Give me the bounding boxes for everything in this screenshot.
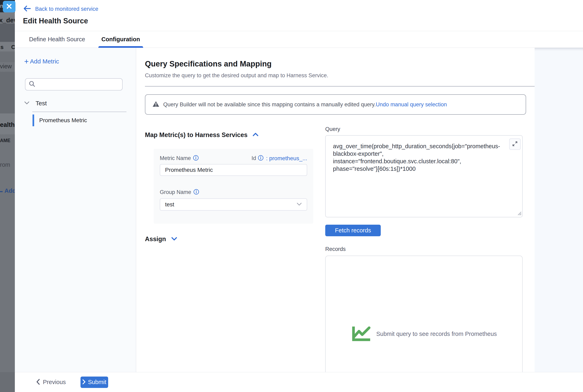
bg-fragment: Add [4, 188, 15, 194]
bg-fragment: rom [0, 162, 10, 168]
drawer-title: Edit Health Source [23, 17, 583, 25]
bg-fragment: x_dev [0, 17, 15, 24]
chevron-down-icon [171, 237, 177, 242]
content-columns: Map Metric(s) to Harness Services Metric… [145, 126, 526, 372]
undo-manual-query-link[interactable]: Undo manual query selection [376, 102, 447, 108]
dimmed-background-page: nt x_dev s C view ealth S AME rom Add [0, 0, 15, 392]
query-specifications-section: Query Specifications and Mapping Customi… [136, 48, 535, 372]
close-icon [6, 4, 12, 10]
metric-item-label: Prometheus Metric [39, 117, 87, 124]
map-metrics-section-toggle[interactable]: Map Metric(s) to Harness Services [145, 131, 259, 139]
group-name-label: Group Name [160, 189, 191, 196]
metric-id-link[interactable]: : prometheus_... [266, 155, 307, 162]
bg-fragment: ealth S [0, 121, 15, 128]
back-link[interactable]: Back to monitored service [23, 5, 98, 13]
group-name-select[interactable]: test [160, 198, 307, 211]
previous-button[interactable]: Previous [36, 379, 66, 386]
section-divider [145, 86, 535, 86]
info-icon[interactable] [193, 189, 199, 196]
warning-triangle-icon [152, 101, 160, 108]
bg-fragment: s [0, 44, 4, 50]
metric-list-item-selected[interactable]: Prometheus Metric [24, 114, 136, 127]
right-background-filler [535, 48, 583, 372]
line-chart-icon [351, 325, 371, 343]
section-subheading: Customize the query to get the desired o… [145, 72, 526, 79]
tab-bar: Define Health Source Configuration [15, 31, 583, 48]
back-link-label: Back to monitored service [35, 6, 98, 12]
assign-section-toggle[interactable]: Assign [145, 236, 177, 243]
warning-text: Query Builder will not be available sinc… [163, 102, 376, 108]
metric-search-box[interactable] [25, 78, 123, 90]
tab-label: Define Health Source [29, 36, 85, 43]
chevron-up-icon [252, 132, 259, 138]
query-label: Query [325, 126, 523, 132]
previous-label: Previous [43, 379, 66, 386]
drawer-footer: Previous Submit [15, 372, 583, 392]
expand-query-button[interactable] [509, 138, 521, 150]
map-metrics-title: Map Metric(s) to Harness Services [145, 131, 248, 139]
chevron-down-icon [24, 101, 29, 106]
plus-icon: + [24, 58, 29, 64]
mapping-column: Map Metric(s) to Harness Services Metric… [145, 126, 313, 243]
back-arrow-icon [23, 5, 31, 13]
query-column: Query avg_over_time(probe_http_duration_… [325, 126, 523, 372]
drawer-header: Back to monitored service Edit Health So… [15, 0, 583, 31]
active-tab-underline [98, 46, 143, 48]
metric-name-input[interactable] [160, 164, 307, 176]
bg-fragment: view [0, 63, 12, 70]
drawer-body: + Add Metric Test [15, 48, 583, 372]
expand-icon [512, 140, 518, 148]
tab-configuration[interactable]: Configuration [98, 31, 143, 48]
search-icon [29, 80, 35, 88]
group-name-value: test [165, 201, 174, 208]
section-heading: Query Specifications and Mapping [145, 60, 526, 68]
records-empty-text: Submit query to see records from Prometh… [376, 330, 497, 337]
group-divider [32, 112, 126, 112]
group-name-label-row: Group Name [160, 189, 307, 196]
metric-search-input[interactable] [38, 81, 119, 88]
info-icon[interactable] [258, 155, 264, 162]
selected-indicator-bar [32, 114, 34, 126]
records-panel: Submit query to see records from Prometh… [325, 256, 523, 372]
add-metric-button[interactable]: + Add Metric [24, 58, 59, 65]
tab-define-health-source[interactable]: Define Health Source [26, 31, 88, 48]
metric-group-toggle[interactable]: Test [24, 100, 136, 107]
metric-name-label-row: Metric Name Id [160, 155, 307, 162]
close-drawer-button[interactable] [3, 1, 15, 12]
bg-fragment: C [11, 44, 15, 50]
query-text[interactable]: avg_over_time(probe_http_duration_second… [333, 142, 507, 172]
add-metric-label: Add Metric [30, 58, 59, 65]
fetch-records-button[interactable]: Fetch records [325, 225, 381, 236]
records-label: Records [325, 246, 523, 252]
metric-group-name: Test [35, 100, 47, 107]
submit-button[interactable]: Submit [80, 376, 108, 388]
metrics-side-panel: + Add Metric Test [15, 48, 136, 372]
id-label: Id [251, 155, 256, 162]
chevron-left-icon [36, 379, 40, 386]
bg-fragment: AME [0, 138, 10, 143]
submit-label: Submit [88, 379, 106, 386]
query-editor[interactable]: avg_over_time(probe_http_duration_second… [325, 135, 523, 217]
edit-health-source-drawer: Back to monitored service Edit Health So… [15, 0, 583, 392]
metric-mapping-card: Metric Name Id [154, 149, 313, 224]
metric-name-label: Metric Name [160, 155, 191, 162]
bg-fragment-dash [0, 191, 3, 192]
chevron-down-icon [297, 202, 302, 206]
assign-label: Assign [145, 236, 166, 243]
chevron-right-icon [82, 379, 85, 385]
manual-query-warning-banner: Query Builder will not be available sinc… [145, 94, 526, 115]
info-icon[interactable] [193, 155, 199, 162]
screen: nt x_dev s C view ealth S AME rom Add Ba… [0, 0, 583, 392]
resize-handle[interactable] [516, 210, 522, 216]
metric-id-row: Id : prometheus_... [251, 155, 307, 162]
tab-label: Configuration [101, 36, 140, 43]
